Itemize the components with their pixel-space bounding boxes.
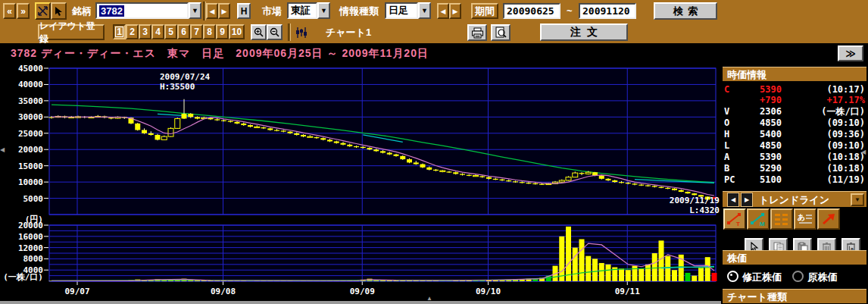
trendline-prev-button[interactable]: ◀ — [727, 193, 739, 207]
layout-button-3[interactable]: 3 — [139, 24, 151, 39]
info-type-dropdown-button[interactable]: ▼ — [418, 2, 431, 19]
search-button-label: 検索 — [673, 5, 702, 18]
layout-button-5[interactable]: 5 — [164, 24, 177, 39]
symbol-prev-button[interactable]: ◀ — [206, 3, 218, 19]
trendline-next-button[interactable]: ▶ — [741, 193, 753, 207]
chart-tool-button[interactable] — [294, 25, 309, 40]
svg-text:T: T — [736, 221, 740, 227]
arrow-left-icon: ◀ — [441, 8, 446, 15]
trendline-dropdown-button[interactable]: ▼ — [851, 193, 864, 206]
market-value[interactable]: 東証 — [287, 2, 317, 19]
raw-price-radio[interactable] — [792, 271, 804, 282]
collapse-panel-button[interactable]: ≫ — [838, 45, 863, 61]
parallel-lines-button[interactable] — [770, 208, 793, 230]
arrow-left-icon: ◀ — [210, 8, 215, 15]
layout-button-1[interactable]: 1 — [113, 24, 126, 39]
quote-label: L — [724, 141, 744, 151]
quote-time: (10:18) — [782, 164, 865, 174]
side-panel: 時価情報 C 5390 (10:17) +790 +17.17% V 2306 … — [721, 64, 868, 304]
cursor-arrow-icon — [53, 5, 64, 17]
market-value-text: 東証 — [291, 4, 311, 17]
chevrons-right-icon: » — [20, 6, 26, 17]
history-button[interactable]: H — [237, 3, 251, 19]
layout-button-2[interactable]: 2 — [126, 24, 139, 39]
layout-7-label: 7 — [194, 27, 199, 37]
order-button[interactable]: 注文 — [540, 24, 628, 41]
printer-icon — [471, 27, 484, 39]
layout-10-label: 10 — [232, 27, 242, 37]
market-dropdown-button[interactable]: ▼ — [317, 2, 330, 19]
price-adjust-options: 修正株価 原株価 — [727, 270, 845, 284]
arrow-left-icon: ◀ — [731, 193, 735, 207]
symbol-input[interactable]: 3782 — [95, 2, 189, 19]
quote-value: 5400 — [744, 130, 782, 139]
layout-button-9[interactable]: 9 — [216, 24, 229, 39]
zoom-in-button[interactable] — [251, 24, 267, 40]
search-button[interactable]: 検索 — [654, 2, 717, 20]
svg-text:20000: 20000 — [18, 145, 43, 155]
svg-text:8000: 8000 — [23, 254, 44, 264]
print-preview-button[interactable] — [491, 24, 510, 41]
page-first-button[interactable]: « — [3, 3, 16, 19]
adjusted-price-label: 修正株価 — [742, 271, 782, 283]
pan-mode-button[interactable] — [35, 2, 51, 20]
svg-text:L:4320: L:4320 — [689, 205, 720, 215]
arrow-right-icon: ▶ — [222, 8, 227, 15]
quote-unit: (一株/口) — [782, 107, 865, 117]
trendline-panel-header: ◀ ▶ トレンドライン ▼ — [723, 191, 866, 207]
layout-button-8[interactable]: 8 — [203, 24, 216, 39]
quote-label: PC — [724, 175, 744, 185]
pointer-mode-button[interactable] — [51, 2, 67, 20]
period-from-input[interactable] — [503, 3, 560, 19]
bottom-splitter-arrow[interactable]: ▲ — [426, 295, 432, 302]
bottom-splitter[interactable] — [0, 301, 721, 304]
print-button[interactable] — [467, 24, 487, 41]
trendline-draw-button[interactable]: T — [723, 208, 746, 230]
double-chevron-right-icon: ≫ — [845, 48, 856, 59]
symbol-next-button[interactable]: ▶ — [218, 3, 230, 19]
symbol-dropdown-button[interactable]: ▼ — [189, 2, 201, 19]
period-label: 期間 — [471, 3, 498, 19]
raw-price-label: 原株価 — [807, 271, 837, 283]
symbol-value: 3782 — [99, 5, 124, 17]
layout-button-7[interactable]: 7 — [190, 24, 203, 39]
zoom-out-button[interactable] — [267, 24, 283, 40]
layout-toolbar: レイアウト登録 1 2 3 4 5 6 7 8 9 10 — [0, 22, 868, 44]
trendline-measure-button[interactable]: M — [747, 208, 770, 230]
page-last-button[interactable]: » — [17, 3, 30, 19]
chevron-down-icon: ▼ — [854, 193, 860, 207]
period-prev-button[interactable]: ◀ — [437, 3, 449, 19]
chevron-down-icon: ▼ — [421, 7, 428, 14]
right-splitter-arrow[interactable]: ◀ — [861, 149, 866, 155]
layout-button-10[interactable]: 10 — [229, 24, 245, 39]
chevrons-left-icon: « — [7, 6, 12, 17]
arrow-right-icon: ▶ — [745, 193, 749, 207]
h-label: H — [241, 6, 248, 17]
market-combo: 東証 ▼ — [287, 2, 330, 19]
info-type-value[interactable]: 日足 — [385, 2, 418, 19]
quote-change-pct: +17.17% — [782, 96, 865, 105]
adjusted-price-radio[interactable] — [727, 271, 738, 282]
period-to-input[interactable] — [579, 3, 636, 19]
svg-text:2009/07/24: 2009/07/24 — [160, 72, 211, 82]
arrow-annotation-button[interactable] — [817, 208, 840, 230]
chart-name-label: チャート1 — [326, 23, 371, 42]
quote-panel-header: 時価情報 — [723, 67, 866, 81]
svg-text:09/11: 09/11 — [615, 287, 640, 296]
text-annotation-button[interactable]: あ — [794, 208, 816, 230]
price-panel-header: 株価 — [723, 250, 866, 265]
info-type-value-text: 日足 — [389, 4, 408, 17]
symbol-combo: 3782 ▼ — [95, 2, 201, 19]
chart-canvas[interactable]: 09/0709/0809/0909/1009/11450004000035000… — [0, 64, 721, 304]
trendline-t-icon: T — [726, 212, 743, 227]
layout-button-6[interactable]: 6 — [177, 24, 190, 39]
layout-button-4[interactable]: 4 — [151, 24, 164, 39]
left-splitter-arrow[interactable]: ◀ — [0, 146, 5, 153]
period-next-button[interactable]: ▶ — [449, 3, 461, 19]
svg-text:あ: あ — [798, 213, 805, 221]
layout-register-button[interactable]: レイアウト登録 — [38, 24, 105, 40]
price-volume-chart[interactable]: 09/0709/0809/0909/1009/11450004000035000… — [0, 64, 721, 304]
quote-row-low: L 4850 (09:10) — [724, 141, 865, 151]
candlestick-chart-icon — [295, 26, 308, 39]
svg-text:12000: 12000 — [18, 243, 43, 253]
